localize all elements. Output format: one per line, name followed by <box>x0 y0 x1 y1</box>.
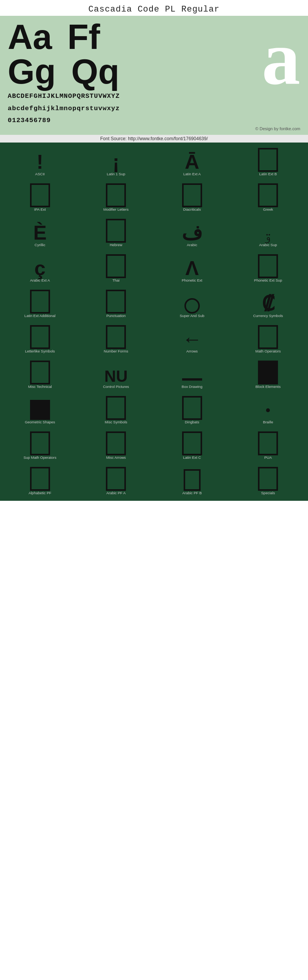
cell-label: ASCII <box>35 172 45 176</box>
cell-label: Misc Symbols <box>105 420 127 424</box>
grid-cell-currency-symbols: ₡Currency Symbols <box>231 287 306 321</box>
grid-cell-block-elements: Block Elements <box>231 357 306 392</box>
cell-glyph: ف <box>182 223 203 243</box>
grid-cell-misc-arrows: Misc Arrows <box>79 428 154 463</box>
grid-cell-dingbats: Dingbats <box>154 393 230 428</box>
grid-cell-latin-ext-c: Latin Ext C <box>154 428 230 463</box>
grid-cell-latin-ext-a: ĀLatin Ext A <box>154 145 230 180</box>
grid-cell-modifier-letters: Modifier Letters <box>79 180 154 215</box>
cell-label: Misc Technical <box>28 384 52 389</box>
uppercase-alphabet: ABCDEFGHIJKLMNOPQRSTUVWXYZ <box>8 91 300 101</box>
grid-cell-arabic-pf-b: Arabic PF B <box>154 464 230 498</box>
cell-label: Sup Math Operators <box>23 455 57 460</box>
cell-label: Specials <box>261 491 275 495</box>
grid-cell-hebrew: Hebrew <box>79 216 154 250</box>
source-line: Font Source: http://www.fontke.com/font/… <box>0 135 308 143</box>
grid-cell-arabic-ext-a: çArabic Ext A <box>2 251 78 286</box>
cell-label: Letterlike Symbols <box>25 349 55 353</box>
grid-cell-ascii: !ASCII <box>2 145 78 180</box>
cell-glyph <box>182 431 202 455</box>
font-title: Cascadia Code PL Regular <box>0 5 308 14</box>
cell-glyph <box>184 298 200 314</box>
cell-label: Arabic PF A <box>106 491 126 495</box>
grid-cell-latin-1-sup: ¡Latin 1 Sup <box>79 145 154 180</box>
cell-glyph <box>106 290 126 314</box>
cell-glyph <box>106 219 126 243</box>
glyph-grid: !ASCII¡Latin 1 SupĀLatin Ext ALatin Ext … <box>2 145 306 498</box>
cell-label: Phonetic Ext <box>182 278 202 282</box>
cell-label: PUA <box>264 455 272 460</box>
pair-qq: Qq <box>71 54 119 89</box>
cell-label: Thai <box>112 278 119 282</box>
cell-label: Alphabetic PF <box>28 491 51 495</box>
cell-label: Diacriticals <box>183 207 201 211</box>
cell-glyph <box>106 183 126 207</box>
cell-label: IPA Ext <box>34 207 46 211</box>
cell-glyph: ! <box>37 152 43 172</box>
cell-glyph: ₡ <box>262 294 275 314</box>
cell-label: Latin 1 Sup <box>107 172 125 176</box>
cell-label: Arabic Ext A <box>30 278 50 282</box>
grid-cell-super-and-sub: Super And Sub <box>154 287 230 321</box>
grid-cell-letterlike-symbols: Letterlike Symbols <box>2 322 78 357</box>
cell-label: Greek <box>263 207 273 211</box>
grid-cell-specials: Specials <box>231 464 306 498</box>
big-background-letter: a <box>262 20 300 97</box>
cell-glyph <box>258 183 278 207</box>
grid-cell-misc-symbols: Misc Symbols <box>79 393 154 428</box>
grid-cell-latin-ext-b: Latin Ext B <box>231 145 306 180</box>
grid-cell-phonetic-ext-sup: Phonetic Ext Sup <box>231 251 306 286</box>
cell-glyph: Ā <box>185 152 199 172</box>
grid-cell-ipa-ext: IPA Ext <box>2 180 78 215</box>
pair-aa: Aa <box>8 20 52 54</box>
cell-glyph <box>258 361 278 384</box>
grid-cell-arabic-pf-a: Arabic PF A <box>79 464 154 498</box>
cell-glyph <box>30 361 50 384</box>
cell-glyph <box>182 378 202 384</box>
cell-label: Latin Ext Additional <box>24 314 55 318</box>
cell-label: Super And Sub <box>180 314 204 318</box>
grid-cell-punctuation: Punctuation <box>79 287 154 321</box>
cell-label: Latin Ext B <box>259 172 277 176</box>
header: Cascadia Code PL Regular <box>0 0 308 16</box>
cell-glyph: ← <box>182 329 202 349</box>
cell-glyph <box>258 148 278 172</box>
cell-glyph: ¡ <box>113 152 119 172</box>
cell-label: Arabic PF B <box>182 491 202 495</box>
cell-label: Braille <box>263 420 273 424</box>
grid-cell-number-forms: Number Forms <box>79 322 154 357</box>
grid-cell-arabic: فArabic <box>154 216 230 250</box>
cell-glyph <box>258 325 278 349</box>
cell-glyph <box>30 183 50 207</box>
cell-glyph: ۊ <box>263 227 273 243</box>
cell-glyph <box>106 431 126 455</box>
cell-label: Arabic <box>187 243 197 247</box>
glyph-grid-section: !ASCII¡Latin 1 SupĀLatin Ext ALatin Ext … <box>0 143 308 501</box>
cell-label: Modifier Letters <box>104 207 129 211</box>
cell-label: Latin Ext A <box>183 172 201 176</box>
cell-label: Currency Symbols <box>253 314 283 318</box>
cell-glyph <box>258 254 278 278</box>
cell-glyph: Λ <box>185 258 199 278</box>
grid-cell-math-operators: Math Operators <box>231 322 306 357</box>
grid-cell-braille: Braille <box>231 393 306 428</box>
cell-label: Dingbats <box>185 420 199 424</box>
cell-label: Misc Arrows <box>106 455 126 460</box>
cell-glyph <box>30 325 50 349</box>
cell-glyph <box>30 290 50 314</box>
cell-glyph <box>184 469 201 491</box>
grid-cell-phonetic-ext: ΛPhonetic Ext <box>154 251 230 286</box>
grid-cell-cyrillic: ÈCyrillic <box>2 216 78 250</box>
cell-glyph <box>30 467 50 491</box>
grid-cell-geometric-shapes: Geometric Shapes <box>2 393 78 428</box>
grid-cell-greek: Greek <box>231 180 306 215</box>
cell-label: Control Pictures <box>103 384 129 389</box>
cell-glyph <box>182 183 202 207</box>
grid-cell-misc-technical: Misc Technical <box>2 357 78 392</box>
cell-label: Arabic Sup <box>259 243 277 247</box>
cell-glyph <box>258 467 278 491</box>
cell-label: Arrows <box>186 349 198 353</box>
cell-glyph: NU <box>104 368 128 384</box>
cell-glyph <box>106 325 126 349</box>
cell-label: Latin Ext C <box>183 455 201 460</box>
